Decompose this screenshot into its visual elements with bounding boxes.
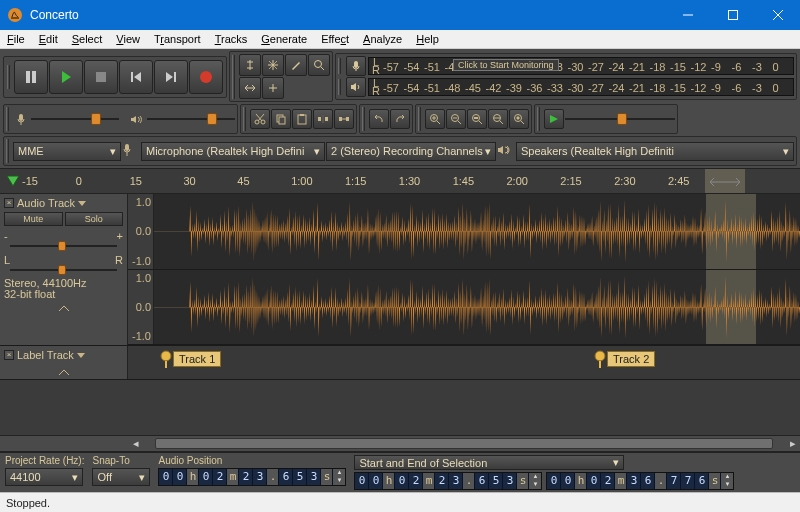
- svg-rect-30: [125, 144, 129, 151]
- vertical-scale: 1.00.0-1.0: [128, 270, 154, 345]
- silence-button[interactable]: [334, 109, 354, 129]
- multi-tool[interactable]: [262, 77, 284, 99]
- track-collapse-button[interactable]: [4, 303, 123, 315]
- selection-mode-combo[interactable]: Start and End of Selection▾: [354, 455, 624, 470]
- gain-slider[interactable]: [4, 242, 123, 250]
- pan-slider[interactable]: [4, 266, 123, 274]
- project-rate-combo[interactable]: 44100▾: [5, 468, 83, 486]
- project-rate-label: Project Rate (Hz):: [5, 455, 84, 466]
- zoom-toggle-button[interactable]: [509, 109, 529, 129]
- scroll-left-button[interactable]: ◂: [128, 436, 143, 451]
- svg-rect-5: [96, 72, 106, 82]
- menu-select[interactable]: Select: [65, 31, 110, 47]
- track-close-button[interactable]: ×: [4, 350, 14, 360]
- waveform-left[interactable]: [154, 194, 800, 269]
- pause-button[interactable]: [14, 60, 48, 94]
- selection-end-field[interactable]: 00h02m36.776s▲▼: [546, 472, 734, 490]
- trim-button[interactable]: [313, 109, 333, 129]
- recording-channels-combo[interactable]: 2 (Stereo) Recording Channels▾: [326, 142, 496, 161]
- track-collapse-button[interactable]: [4, 367, 123, 379]
- playhead-icon[interactable]: [6, 175, 20, 189]
- draw-tool[interactable]: [285, 54, 307, 76]
- track-control-panel[interactable]: × Audio Track Mute Solo -+ LR Stereo, 44…: [0, 194, 128, 345]
- track-dropdown-icon[interactable]: [77, 351, 85, 359]
- copy-button[interactable]: [271, 109, 291, 129]
- playback-device-combo[interactable]: Speakers (Realtek High Definiti▾: [516, 142, 794, 161]
- label-track: × Label Track Track 1 Track 2: [0, 346, 800, 380]
- rec-meter-icon[interactable]: [346, 56, 366, 76]
- timeline-ruler[interactable]: -1501530451:001:151:301:452:002:152:302:…: [0, 168, 800, 194]
- menu-edit[interactable]: Edit: [32, 31, 65, 47]
- play-meter-icon[interactable]: [346, 77, 366, 97]
- menu-effect[interactable]: Effect: [314, 31, 356, 47]
- recording-meter[interactable]: LR -57-54-51-48-45-42-39-36-33-30-27-24-…: [368, 57, 794, 75]
- meter-hint: Click to Start Monitoring: [453, 59, 559, 71]
- recording-volume-slider[interactable]: [31, 113, 119, 125]
- play-at-speed-button[interactable]: [544, 109, 564, 129]
- minimize-button[interactable]: [665, 0, 710, 30]
- svg-point-31: [161, 351, 171, 361]
- timeshift-tool[interactable]: [239, 77, 261, 99]
- fit-selection-button[interactable]: [467, 109, 487, 129]
- zoom-out-button[interactable]: [446, 109, 466, 129]
- playback-speed-slider[interactable]: [565, 113, 675, 125]
- skip-end-button[interactable]: [154, 60, 188, 94]
- play-button[interactable]: [49, 60, 83, 94]
- svg-point-9: [315, 61, 322, 68]
- undo-button[interactable]: [369, 109, 389, 129]
- zoom-in-button[interactable]: [425, 109, 445, 129]
- host-api-combo[interactable]: MME▾: [13, 142, 121, 161]
- device-toolbar: MME▾ Microphone (Realtek High Defini▾ 2 …: [3, 136, 797, 166]
- close-button[interactable]: [755, 0, 800, 30]
- paste-button[interactable]: [292, 109, 312, 129]
- label-marker[interactable]: Track 1: [160, 350, 221, 368]
- scroll-right-button[interactable]: ▸: [785, 436, 800, 451]
- zoom-tool[interactable]: [308, 54, 330, 76]
- fit-project-button[interactable]: [488, 109, 508, 129]
- selection-tool[interactable]: [239, 54, 261, 76]
- label-marker[interactable]: Track 2: [594, 350, 655, 368]
- recording-device-combo[interactable]: Microphone (Realtek High Defini▾: [141, 142, 325, 161]
- svg-rect-22: [339, 117, 342, 121]
- stop-button[interactable]: [84, 60, 118, 94]
- edit-toolbar: [240, 104, 357, 134]
- menu-transport[interactable]: Transport: [147, 31, 208, 47]
- status-text: Stopped.: [6, 497, 50, 509]
- mute-button[interactable]: Mute: [4, 212, 63, 226]
- track-close-button[interactable]: ×: [4, 198, 14, 208]
- svg-rect-16: [279, 117, 285, 124]
- menu-analyze[interactable]: Analyze: [356, 31, 409, 47]
- menu-tracks[interactable]: Tracks: [208, 31, 255, 47]
- selection-start-field[interactable]: 00h02m23.653s▲▼: [354, 472, 542, 490]
- label-track-body[interactable]: Track 1 Track 2: [128, 346, 800, 379]
- svg-rect-21: [322, 115, 324, 123]
- svg-rect-7: [174, 72, 176, 82]
- envelope-tool[interactable]: [262, 54, 284, 76]
- horizontal-scrollbar[interactable]: ◂ ▸: [0, 435, 800, 452]
- app-icon: [7, 7, 23, 23]
- cut-button[interactable]: [250, 109, 270, 129]
- waveform-right[interactable]: [154, 270, 800, 345]
- maximize-button[interactable]: [710, 0, 755, 30]
- snap-to-label: Snap-To: [92, 455, 150, 466]
- loop-region[interactable]: [705, 169, 745, 193]
- menu-file[interactable]: File: [0, 31, 32, 47]
- skip-start-button[interactable]: [119, 60, 153, 94]
- tools-toolbar: [229, 51, 333, 102]
- playback-volume-slider[interactable]: [147, 113, 235, 125]
- audio-position-label: Audio Position: [158, 455, 346, 466]
- audio-position-field[interactable]: 00h02m23.653s▲▼: [158, 468, 346, 486]
- svg-point-0: [8, 8, 22, 22]
- menu-generate[interactable]: Generate: [254, 31, 314, 47]
- playback-meter[interactable]: LR -57-54-51-48-45-42-39-36-33-30-27-24-…: [368, 78, 794, 96]
- snap-to-combo[interactable]: Off▾: [92, 468, 150, 486]
- svg-rect-23: [346, 117, 349, 121]
- svg-rect-12: [19, 114, 23, 121]
- transport-toolbar: [3, 56, 227, 98]
- menu-view[interactable]: View: [109, 31, 147, 47]
- solo-button[interactable]: Solo: [65, 212, 124, 226]
- record-button[interactable]: [189, 60, 223, 94]
- track-dropdown-icon[interactable]: [78, 199, 86, 207]
- redo-button[interactable]: [390, 109, 410, 129]
- menu-help[interactable]: Help: [409, 31, 446, 47]
